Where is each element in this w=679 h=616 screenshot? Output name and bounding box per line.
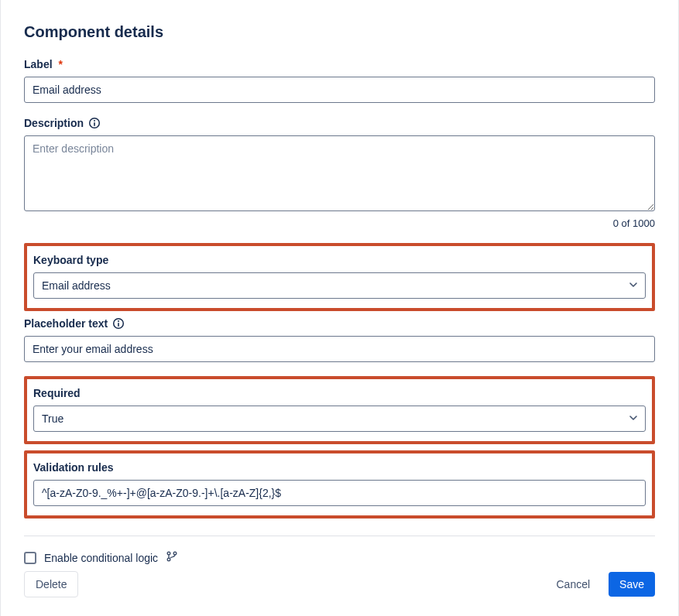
placeholder-text-label: Placeholder text bbox=[24, 317, 108, 330]
description-field-label: Description bbox=[24, 117, 84, 129]
description-textarea[interactable] bbox=[24, 135, 655, 211]
required-field: Required True bbox=[33, 387, 646, 432]
delete-button[interactable]: Delete bbox=[24, 571, 78, 597]
svg-point-6 bbox=[167, 552, 170, 555]
label-field-label: Label bbox=[24, 58, 53, 70]
save-button[interactable]: Save bbox=[609, 572, 655, 597]
label-field: Label * bbox=[24, 58, 655, 103]
svg-point-1 bbox=[94, 120, 95, 121]
svg-rect-5 bbox=[118, 323, 119, 327]
validation-rules-input[interactable] bbox=[33, 480, 646, 506]
keyboard-type-field: Keyboard type Email address bbox=[33, 254, 646, 299]
cancel-button[interactable]: Cancel bbox=[545, 572, 601, 597]
keyboard-type-label: Keyboard type bbox=[33, 254, 108, 266]
branch-icon bbox=[166, 550, 178, 565]
required-select[interactable]: True bbox=[33, 406, 646, 432]
footer: Delete Cancel Save bbox=[24, 571, 655, 597]
validation-rules-field: Validation rules bbox=[33, 461, 646, 506]
page-title: Component details bbox=[24, 23, 655, 41]
description-field: Description 0 of 1000 bbox=[24, 117, 655, 229]
svg-rect-2 bbox=[94, 122, 95, 126]
conditional-logic-row: Enable conditional logic bbox=[24, 550, 655, 565]
required-label: Required bbox=[33, 387, 81, 399]
validation-rules-label: Validation rules bbox=[33, 461, 113, 474]
info-icon[interactable] bbox=[112, 317, 125, 330]
svg-point-7 bbox=[167, 558, 170, 561]
conditional-logic-checkbox[interactable] bbox=[24, 552, 36, 564]
info-icon[interactable] bbox=[88, 117, 101, 129]
svg-point-4 bbox=[118, 320, 119, 322]
label-input[interactable] bbox=[24, 77, 655, 103]
keyboard-type-highlight: Keyboard type Email address bbox=[24, 243, 655, 311]
required-star: * bbox=[59, 58, 63, 70]
svg-point-8 bbox=[173, 552, 177, 555]
description-counter: 0 of 1000 bbox=[24, 217, 655, 229]
keyboard-type-select[interactable]: Email address bbox=[33, 272, 646, 299]
placeholder-text-field: Placeholder text bbox=[24, 317, 655, 362]
required-highlight: Required True bbox=[24, 376, 655, 444]
placeholder-text-input[interactable] bbox=[24, 336, 655, 362]
divider bbox=[24, 536, 655, 536]
conditional-logic-label: Enable conditional logic bbox=[44, 552, 158, 564]
validation-rules-highlight: Validation rules bbox=[24, 450, 655, 518]
